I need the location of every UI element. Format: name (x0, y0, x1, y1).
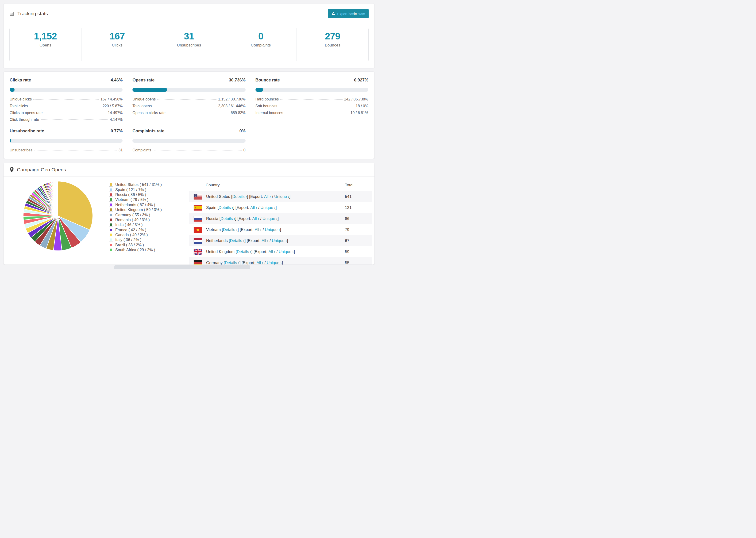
metric-label: Click through rate (10, 118, 39, 122)
details-link-ru[interactable]: Details › (220, 216, 235, 221)
details-link-es[interactable]: Details › (219, 205, 233, 210)
details-link-us[interactable]: Details › (233, 194, 247, 199)
flag-es-icon (194, 205, 202, 211)
legend-item-united-kingdom[interactable]: United Kingdom ( 59 / 3% ) (109, 207, 162, 212)
tracking-stats-title: Tracking stats (9, 11, 48, 17)
export-unique-link-nl[interactable]: Unique › (272, 239, 287, 243)
rate-progress-fill (255, 88, 263, 92)
details-link-de[interactable]: Details › (225, 260, 239, 265)
details-link-vn[interactable]: Details › (223, 228, 238, 232)
geo-opens-pie-chart[interactable] (23, 181, 93, 251)
rate-block-opens-rate: Opens rate30.736%Unique opens1,152 / 30.… (133, 78, 245, 122)
legend-item-spain[interactable]: Spain ( 121 / 7% ) (109, 187, 162, 192)
export-unique-link-es[interactable]: Unique › (261, 205, 276, 210)
legend-item-brazil[interactable]: Brazil ( 33 / 2% ) (109, 242, 162, 247)
export-all-link-nl[interactable]: All › (261, 239, 268, 243)
rate-progress-bar (133, 139, 245, 143)
export-all-link-es[interactable]: All › (250, 205, 257, 210)
geo-card-title-text: Campaign Geo Opens (17, 167, 66, 173)
stat-value: 31 (153, 31, 225, 41)
legend-label: South Africa ( 29 / 2% ) (115, 248, 155, 252)
legend-swatch (109, 223, 113, 227)
dotted-leader (167, 113, 229, 113)
legend-label: India ( 46 / 3% ) (115, 223, 142, 227)
rate-value: 6.927% (354, 78, 368, 82)
rate-block-bounce-rate: Bounce rate6.927%Hard bounces242 / 86.73… (255, 78, 368, 122)
legend-item-canada[interactable]: Canada ( 40 / 2% ) (109, 232, 162, 237)
details-link-nl[interactable]: Details › (230, 239, 244, 243)
metric-value: 19 / 6.81% (351, 111, 369, 115)
legend-item-india[interactable]: India ( 46 / 3% ) (109, 222, 162, 227)
legend-item-united-states[interactable]: United States ( 541 / 31% ) (109, 182, 162, 187)
rate-title: Clicks rate (10, 78, 31, 82)
metric-value: 14.497% (108, 111, 123, 115)
legend-label: Romania ( 49 / 3% ) (115, 218, 150, 222)
details-link-gb[interactable]: Details › (237, 249, 251, 254)
pie-slice-other-49[interactable] (58, 181, 58, 216)
tracking-stats-card: Tracking stats Export basic stats 1,152O… (4, 4, 374, 68)
metric-value: 689.82% (231, 111, 245, 115)
metric-label: Complaints (133, 148, 151, 152)
flag-de-icon (194, 260, 202, 265)
legend-swatch (109, 238, 113, 242)
rate-progress-bar (10, 88, 123, 92)
legend-item-netherlands[interactable]: Netherlands ( 67 / 4% ) (109, 202, 162, 207)
rate-block-unsubscribe-rate: Unsubscribe rate0.77%Unsubscribes31 (10, 129, 123, 153)
legend-label: France ( 42 / 2% ) (115, 228, 146, 232)
dotted-leader (157, 99, 216, 99)
dotted-leader (29, 106, 101, 106)
metric-value: 2,303 / 61.446% (218, 104, 245, 108)
legend-label: Canada ( 40 / 2% ) (115, 233, 148, 237)
export-unique-link-de[interactable]: Unique › (267, 260, 282, 265)
flag-nl-icon (194, 238, 202, 243)
tracking-stats-header: Tracking stats Export basic stats (4, 4, 374, 24)
rate-title: Unsubscribe rate (10, 129, 44, 134)
export-all-link-us[interactable]: All › (264, 194, 271, 199)
export-all-link-vn[interactable]: All › (255, 228, 261, 232)
country-total: 59 (345, 249, 350, 254)
stat-label: Unsubscribes (153, 43, 225, 48)
legend-item-italy[interactable]: Italy ( 36 / 2% ) (109, 237, 162, 242)
country-name: Germany (206, 260, 223, 265)
export-unique-link-gb[interactable]: Unique › (279, 249, 294, 254)
metric-value: 4.147% (110, 118, 123, 122)
campaign-geo-opens-card: Campaign Geo Opens United States ( 541 /… (4, 163, 374, 265)
metric-label: Total clicks (10, 104, 28, 108)
legend-item-france[interactable]: France ( 42 / 2% ) (109, 228, 162, 232)
metric-value: 242 / 86.738% (344, 97, 368, 101)
metric-value: 18 / 0% (356, 104, 368, 108)
rates-grid: Clicks rate4.46%Unique clicks167 / 4.456… (4, 72, 374, 153)
rate-value: 4.46% (111, 78, 123, 82)
dotted-leader (153, 106, 216, 106)
legend-label: United Kingdom ( 59 / 3% ) (115, 207, 162, 212)
legend-item-south-africa[interactable]: South Africa ( 29 / 2% ) (109, 247, 162, 252)
country-total: 79 (345, 228, 350, 232)
metric-label: Unique opens (133, 97, 156, 101)
export-all-link-de[interactable]: All › (256, 260, 263, 265)
dotted-leader (34, 150, 117, 150)
metric-row: Soft bounces18 / 0% (255, 102, 368, 109)
legend-swatch (109, 198, 113, 201)
rate-value: 0.77% (111, 129, 123, 134)
legend-item-romania[interactable]: Romania ( 49 / 3% ) (109, 217, 162, 222)
stat-value: 167 (81, 31, 153, 41)
export-basic-stats-button[interactable]: Export basic stats (328, 9, 369, 18)
legend-item-vietnam[interactable]: Vietnam ( 79 / 5% ) (109, 197, 162, 202)
export-unique-link-vn[interactable]: Unique › (265, 228, 280, 232)
flag-gb-icon (194, 249, 202, 255)
rate-title: Complaints rate (133, 129, 164, 134)
export-all-link-gb[interactable]: All › (269, 249, 275, 254)
export-unique-link-us[interactable]: Unique › (274, 194, 289, 199)
country-total: 86 (345, 216, 350, 221)
export-unique-link-ru[interactable]: Unique › (262, 216, 278, 221)
flag-vn-icon (194, 227, 202, 233)
country-row-vietnam: Vietnam [Details ›] [Export: All › / Uni… (189, 224, 372, 235)
geo-card-title: Campaign Geo Opens (9, 167, 66, 173)
country-row-russia: Russia [Details ›] [Export: All › / Uniq… (189, 213, 372, 224)
legend-item-germany[interactable]: Germany ( 55 / 3% ) (109, 212, 162, 217)
legend-item-russia[interactable]: Russia ( 86 / 5% ) (109, 192, 162, 197)
rate-progress-bar (133, 88, 245, 92)
stat-box-bounces: 279Bounces (297, 28, 368, 61)
export-all-link-ru[interactable]: All › (252, 216, 259, 221)
metric-row: Unique clicks167 / 4.456% (10, 95, 123, 102)
